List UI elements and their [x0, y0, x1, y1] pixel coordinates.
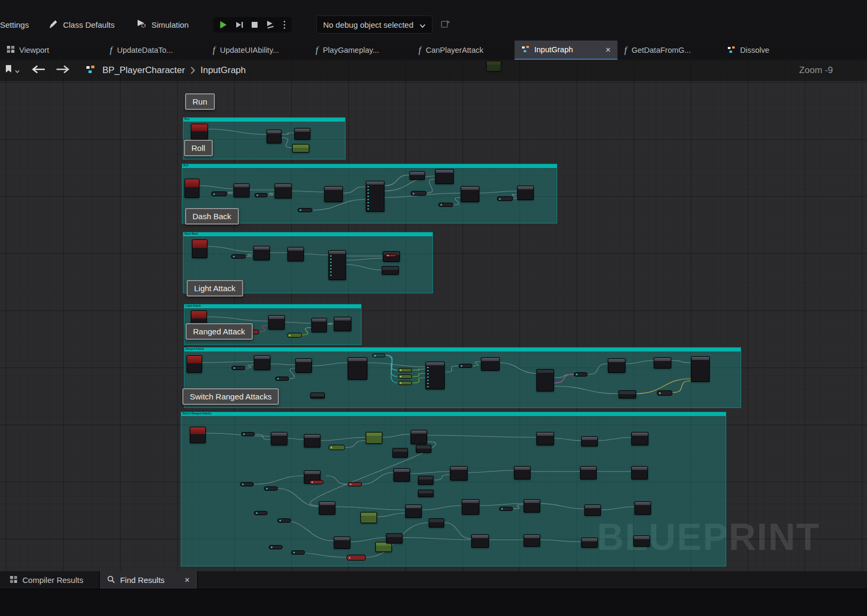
compiler-results-tab[interactable]: Compiler Results: [0, 571, 93, 589]
graph-pill-node[interactable]: [328, 445, 345, 450]
browse-to-debug-object-button[interactable]: [441, 20, 451, 30]
graph-node[interactable]: [360, 512, 377, 523]
close-icon[interactable]: ✕: [184, 576, 190, 584]
graph-node[interactable]: [418, 490, 434, 497]
graph-pill-node[interactable]: [275, 377, 289, 381]
graph-pill-node[interactable]: [287, 333, 302, 338]
comment-label-switch-ranged-attacks[interactable]: Switch Ranged Attacks: [182, 388, 279, 405]
back-button[interactable]: [31, 65, 45, 76]
graph-pill-node[interactable]: [372, 354, 386, 357]
tab-getdatafromg[interactable]: fGetDataFromG...: [617, 41, 720, 60]
graph-pill-node[interactable]: [240, 482, 254, 486]
graph-pill-node[interactable]: [211, 191, 227, 196]
graph-node[interactable]: [386, 533, 403, 543]
graph-node[interactable]: [191, 124, 208, 140]
comment-label-ranged-attack[interactable]: Ranged Attack: [186, 323, 253, 340]
tab-playgameplay[interactable]: fPlayGameplay...: [309, 41, 412, 60]
bookmark-control[interactable]: [5, 65, 20, 76]
graph-node[interactable]: [471, 534, 489, 548]
graph-node[interactable]: [619, 390, 636, 398]
comment-title-strip[interactable]: Dash Back: [183, 233, 432, 236]
graph-node[interactable]: [328, 250, 346, 280]
graph-node[interactable]: [426, 362, 445, 389]
graph-pill-node[interactable]: [347, 555, 366, 561]
graph-node[interactable]: [271, 432, 287, 445]
settings-button[interactable]: Settings: [0, 20, 29, 29]
step-forward-icon[interactable]: [235, 21, 244, 29]
graph-node[interactable]: [524, 499, 540, 513]
graph-node[interactable]: [253, 246, 270, 260]
graph-pill-node[interactable]: [459, 364, 472, 368]
graph-pill-node[interactable]: [438, 203, 453, 207]
graph-node[interactable]: [275, 183, 292, 198]
tab-close-icon[interactable]: ✕: [604, 46, 612, 54]
graph-node[interactable]: [311, 318, 327, 332]
graph-node[interactable]: [254, 355, 270, 370]
debug-object-dropdown[interactable]: No debug object selected: [316, 15, 432, 34]
advance-icon[interactable]: [266, 20, 275, 29]
graph-pill-node[interactable]: [264, 486, 278, 491]
graph-node[interactable]: [392, 448, 408, 458]
graph-pill-node[interactable]: [269, 545, 283, 549]
graph-node[interactable]: [416, 445, 431, 453]
graph-node[interactable]: [524, 534, 540, 547]
graph-pill-node[interactable]: [254, 193, 268, 197]
graph-node[interactable]: [450, 466, 468, 481]
graph-node[interactable]: [429, 518, 444, 527]
comment-title-strip[interactable]: Roll: [182, 164, 557, 168]
graph-node[interactable]: [581, 538, 598, 548]
graph-pill-node[interactable]: [574, 372, 588, 377]
graph-node[interactable]: [580, 466, 597, 479]
play-icon[interactable]: [219, 20, 228, 29]
graph-node[interactable]: [411, 430, 427, 444]
comment-label-roll[interactable]: Roll: [184, 140, 213, 156]
graph-node[interactable]: [481, 357, 500, 371]
graph-node[interactable]: [633, 535, 650, 547]
comment-label-dash-back[interactable]: Dash Back: [185, 208, 239, 225]
simulation-button[interactable]: Simulation: [136, 19, 189, 30]
graph-node[interactable]: [268, 315, 285, 330]
comment-title-strip[interactable]: Run: [183, 118, 345, 122]
graph-node[interactable]: [584, 505, 601, 516]
graph-node[interactable]: [405, 505, 422, 518]
graph-node[interactable]: [631, 432, 648, 445]
graph-node[interactable]: [287, 247, 304, 261]
graph-node[interactable]: [514, 466, 531, 479]
graph-node[interactable]: [366, 432, 382, 444]
graph-pill-node[interactable]: [497, 196, 513, 201]
tab-inputgraph[interactable]: InputGraph✕: [515, 41, 617, 60]
graph-node[interactable]: [184, 179, 199, 198]
breadcrumb-root[interactable]: BP_PlayerCharacter: [102, 65, 185, 76]
tab-updatedatato[interactable]: fUpdateDataTo...: [103, 41, 206, 60]
graph-node[interactable]: [192, 239, 207, 258]
graph-node[interactable]: [294, 128, 310, 140]
graph-pill-node[interactable]: [398, 368, 412, 372]
graph-pill-node[interactable]: [241, 432, 255, 436]
graph-node[interactable]: [418, 476, 434, 485]
graph-pill-node[interactable]: [657, 390, 672, 396]
graph-pill-node[interactable]: [298, 208, 312, 212]
graph-node[interactable]: [394, 468, 410, 482]
graph-pill-node[interactable]: [309, 480, 324, 484]
graph-node[interactable]: [187, 355, 202, 373]
graph-pill-node[interactable]: [231, 254, 246, 259]
comment-label-run[interactable]: Run: [185, 93, 215, 110]
breadcrumb-current[interactable]: InputGraph: [200, 65, 246, 76]
tab-dissolve[interactable]: Dissolve: [720, 41, 823, 60]
graph-node[interactable]: [654, 357, 671, 369]
graph-node[interactable]: [366, 181, 384, 212]
graph-node[interactable]: [631, 466, 648, 479]
graph-pill-node[interactable]: [499, 507, 513, 511]
graph-node[interactable]: [295, 358, 312, 373]
graph-node[interactable]: [435, 169, 454, 184]
graph-pill-node[interactable]: [398, 381, 412, 385]
graph-node[interactable]: [267, 130, 282, 143]
graph-node[interactable]: [517, 186, 534, 200]
graph-node[interactable]: [234, 183, 250, 197]
tab-viewport[interactable]: Viewport: [0, 41, 103, 60]
blueprint-graph-canvas[interactable]: BLUEPRINT RunRunRollRollDash BackDash Ba…: [0, 60, 867, 571]
graph-node[interactable]: [461, 186, 479, 202]
forward-button[interactable]: [56, 65, 70, 76]
graph-node[interactable]: [190, 427, 206, 443]
graph-node[interactable]: [536, 432, 554, 445]
